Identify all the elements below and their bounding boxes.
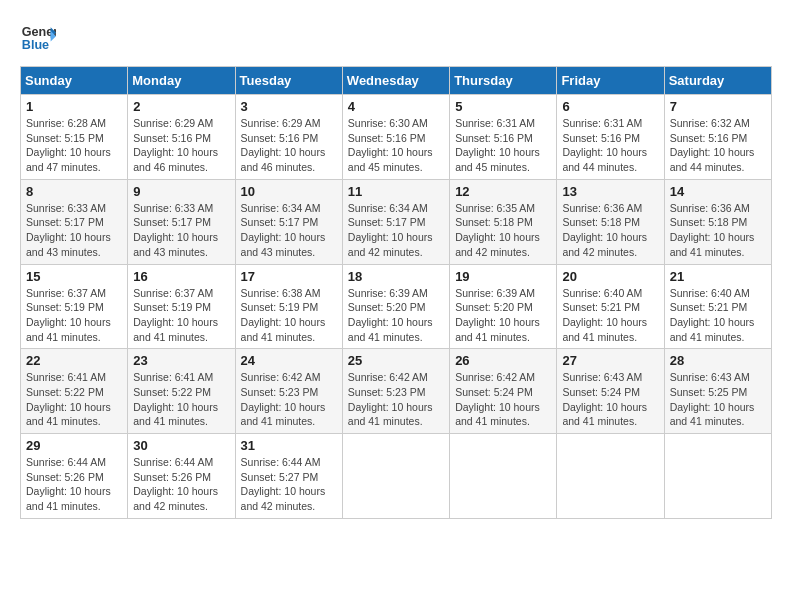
- calendar: SundayMondayTuesdayWednesdayThursdayFrid…: [20, 66, 772, 519]
- weekday-header-saturday: Saturday: [664, 67, 771, 95]
- calendar-cell: 11Sunrise: 6:34 AM Sunset: 5:17 PM Dayli…: [342, 179, 449, 264]
- calendar-cell: 10Sunrise: 6:34 AM Sunset: 5:17 PM Dayli…: [235, 179, 342, 264]
- day-number: 25: [348, 353, 444, 368]
- day-number: 28: [670, 353, 766, 368]
- calendar-cell: 15Sunrise: 6:37 AM Sunset: 5:19 PM Dayli…: [21, 264, 128, 349]
- day-number: 13: [562, 184, 658, 199]
- day-number: 21: [670, 269, 766, 284]
- day-info: Sunrise: 6:36 AM Sunset: 5:18 PM Dayligh…: [670, 201, 766, 260]
- week-row-4: 22Sunrise: 6:41 AM Sunset: 5:22 PM Dayli…: [21, 349, 772, 434]
- day-number: 16: [133, 269, 229, 284]
- day-number: 12: [455, 184, 551, 199]
- calendar-cell: 19Sunrise: 6:39 AM Sunset: 5:20 PM Dayli…: [450, 264, 557, 349]
- calendar-cell: 13Sunrise: 6:36 AM Sunset: 5:18 PM Dayli…: [557, 179, 664, 264]
- day-number: 24: [241, 353, 337, 368]
- calendar-cell: 17Sunrise: 6:38 AM Sunset: 5:19 PM Dayli…: [235, 264, 342, 349]
- calendar-cell: 28Sunrise: 6:43 AM Sunset: 5:25 PM Dayli…: [664, 349, 771, 434]
- calendar-cell: 2Sunrise: 6:29 AM Sunset: 5:16 PM Daylig…: [128, 95, 235, 180]
- calendar-cell: 7Sunrise: 6:32 AM Sunset: 5:16 PM Daylig…: [664, 95, 771, 180]
- day-info: Sunrise: 6:31 AM Sunset: 5:16 PM Dayligh…: [562, 116, 658, 175]
- day-info: Sunrise: 6:29 AM Sunset: 5:16 PM Dayligh…: [133, 116, 229, 175]
- day-number: 6: [562, 99, 658, 114]
- day-info: Sunrise: 6:44 AM Sunset: 5:26 PM Dayligh…: [133, 455, 229, 514]
- calendar-cell: 20Sunrise: 6:40 AM Sunset: 5:21 PM Dayli…: [557, 264, 664, 349]
- day-number: 29: [26, 438, 122, 453]
- calendar-cell: 23Sunrise: 6:41 AM Sunset: 5:22 PM Dayli…: [128, 349, 235, 434]
- week-row-1: 1Sunrise: 6:28 AM Sunset: 5:15 PM Daylig…: [21, 95, 772, 180]
- day-info: Sunrise: 6:33 AM Sunset: 5:17 PM Dayligh…: [26, 201, 122, 260]
- svg-text:Blue: Blue: [22, 38, 49, 52]
- weekday-header-tuesday: Tuesday: [235, 67, 342, 95]
- weekday-header-friday: Friday: [557, 67, 664, 95]
- header: General Blue: [20, 20, 772, 56]
- day-number: 17: [241, 269, 337, 284]
- day-number: 8: [26, 184, 122, 199]
- calendar-cell: 31Sunrise: 6:44 AM Sunset: 5:27 PM Dayli…: [235, 434, 342, 519]
- calendar-cell: 21Sunrise: 6:40 AM Sunset: 5:21 PM Dayli…: [664, 264, 771, 349]
- day-info: Sunrise: 6:39 AM Sunset: 5:20 PM Dayligh…: [348, 286, 444, 345]
- day-info: Sunrise: 6:28 AM Sunset: 5:15 PM Dayligh…: [26, 116, 122, 175]
- weekday-header-thursday: Thursday: [450, 67, 557, 95]
- day-number: 31: [241, 438, 337, 453]
- day-info: Sunrise: 6:40 AM Sunset: 5:21 PM Dayligh…: [670, 286, 766, 345]
- day-number: 20: [562, 269, 658, 284]
- day-number: 11: [348, 184, 444, 199]
- day-info: Sunrise: 6:33 AM Sunset: 5:17 PM Dayligh…: [133, 201, 229, 260]
- weekday-header-wednesday: Wednesday: [342, 67, 449, 95]
- day-number: 19: [455, 269, 551, 284]
- day-number: 4: [348, 99, 444, 114]
- day-info: Sunrise: 6:39 AM Sunset: 5:20 PM Dayligh…: [455, 286, 551, 345]
- calendar-cell: [664, 434, 771, 519]
- day-info: Sunrise: 6:37 AM Sunset: 5:19 PM Dayligh…: [26, 286, 122, 345]
- day-info: Sunrise: 6:43 AM Sunset: 5:24 PM Dayligh…: [562, 370, 658, 429]
- calendar-cell: 27Sunrise: 6:43 AM Sunset: 5:24 PM Dayli…: [557, 349, 664, 434]
- day-number: 3: [241, 99, 337, 114]
- calendar-cell: 5Sunrise: 6:31 AM Sunset: 5:16 PM Daylig…: [450, 95, 557, 180]
- calendar-cell: 4Sunrise: 6:30 AM Sunset: 5:16 PM Daylig…: [342, 95, 449, 180]
- calendar-cell: 18Sunrise: 6:39 AM Sunset: 5:20 PM Dayli…: [342, 264, 449, 349]
- calendar-cell: 29Sunrise: 6:44 AM Sunset: 5:26 PM Dayli…: [21, 434, 128, 519]
- week-row-5: 29Sunrise: 6:44 AM Sunset: 5:26 PM Dayli…: [21, 434, 772, 519]
- day-info: Sunrise: 6:38 AM Sunset: 5:19 PM Dayligh…: [241, 286, 337, 345]
- calendar-cell: 9Sunrise: 6:33 AM Sunset: 5:17 PM Daylig…: [128, 179, 235, 264]
- weekday-header-monday: Monday: [128, 67, 235, 95]
- calendar-cell: 8Sunrise: 6:33 AM Sunset: 5:17 PM Daylig…: [21, 179, 128, 264]
- calendar-cell: 30Sunrise: 6:44 AM Sunset: 5:26 PM Dayli…: [128, 434, 235, 519]
- logo-icon: General Blue: [20, 20, 56, 56]
- calendar-cell: 24Sunrise: 6:42 AM Sunset: 5:23 PM Dayli…: [235, 349, 342, 434]
- day-info: Sunrise: 6:34 AM Sunset: 5:17 PM Dayligh…: [348, 201, 444, 260]
- day-info: Sunrise: 6:42 AM Sunset: 5:23 PM Dayligh…: [348, 370, 444, 429]
- day-number: 10: [241, 184, 337, 199]
- calendar-cell: 6Sunrise: 6:31 AM Sunset: 5:16 PM Daylig…: [557, 95, 664, 180]
- day-info: Sunrise: 6:42 AM Sunset: 5:24 PM Dayligh…: [455, 370, 551, 429]
- day-info: Sunrise: 6:43 AM Sunset: 5:25 PM Dayligh…: [670, 370, 766, 429]
- day-info: Sunrise: 6:44 AM Sunset: 5:26 PM Dayligh…: [26, 455, 122, 514]
- day-number: 5: [455, 99, 551, 114]
- day-number: 23: [133, 353, 229, 368]
- day-info: Sunrise: 6:29 AM Sunset: 5:16 PM Dayligh…: [241, 116, 337, 175]
- day-number: 9: [133, 184, 229, 199]
- calendar-cell: 12Sunrise: 6:35 AM Sunset: 5:18 PM Dayli…: [450, 179, 557, 264]
- day-number: 1: [26, 99, 122, 114]
- calendar-cell: 14Sunrise: 6:36 AM Sunset: 5:18 PM Dayli…: [664, 179, 771, 264]
- calendar-cell: 1Sunrise: 6:28 AM Sunset: 5:15 PM Daylig…: [21, 95, 128, 180]
- day-info: Sunrise: 6:41 AM Sunset: 5:22 PM Dayligh…: [26, 370, 122, 429]
- calendar-cell: 26Sunrise: 6:42 AM Sunset: 5:24 PM Dayli…: [450, 349, 557, 434]
- day-info: Sunrise: 6:41 AM Sunset: 5:22 PM Dayligh…: [133, 370, 229, 429]
- week-row-3: 15Sunrise: 6:37 AM Sunset: 5:19 PM Dayli…: [21, 264, 772, 349]
- day-number: 22: [26, 353, 122, 368]
- day-info: Sunrise: 6:44 AM Sunset: 5:27 PM Dayligh…: [241, 455, 337, 514]
- day-info: Sunrise: 6:31 AM Sunset: 5:16 PM Dayligh…: [455, 116, 551, 175]
- calendar-cell: [450, 434, 557, 519]
- day-info: Sunrise: 6:42 AM Sunset: 5:23 PM Dayligh…: [241, 370, 337, 429]
- calendar-cell: 3Sunrise: 6:29 AM Sunset: 5:16 PM Daylig…: [235, 95, 342, 180]
- calendar-cell: 16Sunrise: 6:37 AM Sunset: 5:19 PM Dayli…: [128, 264, 235, 349]
- day-info: Sunrise: 6:34 AM Sunset: 5:17 PM Dayligh…: [241, 201, 337, 260]
- calendar-cell: [342, 434, 449, 519]
- day-info: Sunrise: 6:30 AM Sunset: 5:16 PM Dayligh…: [348, 116, 444, 175]
- calendar-cell: [557, 434, 664, 519]
- day-number: 7: [670, 99, 766, 114]
- calendar-cell: 25Sunrise: 6:42 AM Sunset: 5:23 PM Dayli…: [342, 349, 449, 434]
- day-number: 18: [348, 269, 444, 284]
- day-number: 14: [670, 184, 766, 199]
